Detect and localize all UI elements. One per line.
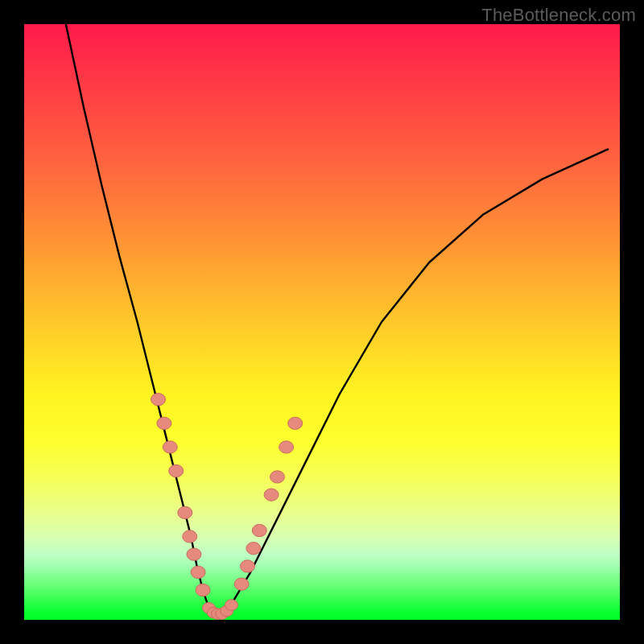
curve-marker [252, 524, 266, 536]
curve-marker [246, 543, 261, 555]
curve-marker [187, 548, 201, 560]
curve-markers [151, 394, 303, 620]
watermark-label: TheBottleneck.com [481, 5, 636, 26]
curve-marker [234, 578, 249, 590]
chart-frame: TheBottleneck.com [0, 0, 644, 644]
curve-marker [157, 417, 171, 429]
curve-marker [264, 489, 279, 501]
curve-marker [196, 584, 210, 596]
curve-marker [151, 394, 166, 406]
curve-marker [270, 471, 285, 483]
curve-marker [191, 566, 205, 578]
curve-marker [241, 560, 255, 572]
bottleneck-curve [66, 24, 608, 614]
curve-marker [288, 417, 303, 429]
curve-marker [225, 600, 238, 611]
curve-marker [163, 441, 177, 453]
curve-marker [178, 506, 192, 518]
curve-marker [183, 530, 197, 543]
curve-marker [169, 464, 184, 477]
bottleneck-curve-svg [24, 24, 620, 620]
curve-marker [279, 441, 294, 453]
